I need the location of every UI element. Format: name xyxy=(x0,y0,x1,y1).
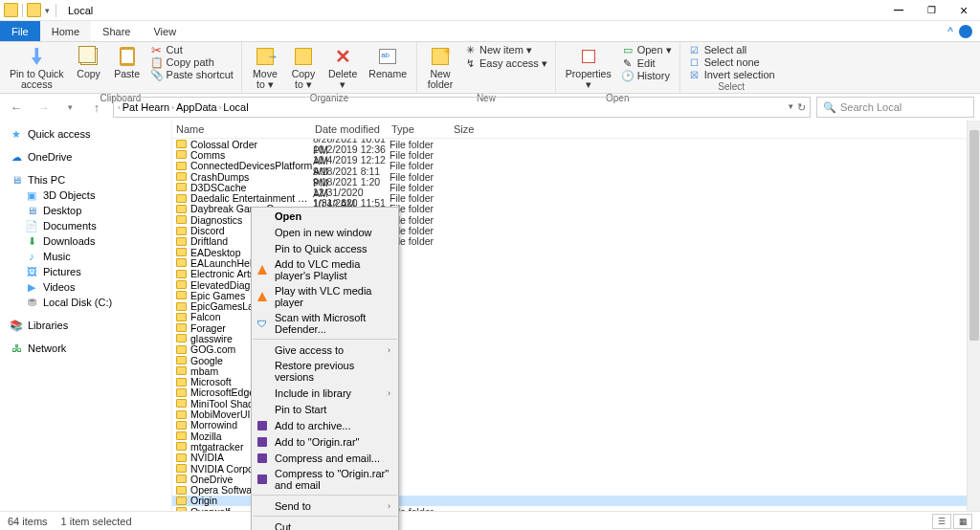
nav-music[interactable]: ♪Music xyxy=(0,249,171,264)
music-icon: ♪ xyxy=(25,250,38,263)
file-name: ConnectedDevicesPlatform xyxy=(190,160,313,171)
nav-libraries[interactable]: 📚Libraries xyxy=(0,318,171,333)
ctx-include-library[interactable]: Include in library› xyxy=(252,385,398,401)
col-type[interactable]: Type xyxy=(391,123,454,135)
nav-3d-objects[interactable]: ▣3D Objects xyxy=(0,188,171,203)
copy-button[interactable]: Copy xyxy=(72,44,106,81)
nav-onedrive[interactable]: ☁OneDrive xyxy=(0,149,171,165)
ctx-vlc-add[interactable]: Add to VLC media player's Playlist xyxy=(252,256,398,283)
group-label: Select xyxy=(686,80,777,92)
refresh-icon[interactable]: ↻ xyxy=(797,101,806,114)
pin-to-quick-access-button[interactable]: Pin to Quick access xyxy=(6,44,68,92)
ctx-give-access[interactable]: Give access to› xyxy=(252,342,398,358)
folder-icon xyxy=(176,162,187,170)
icons-view-button[interactable]: ▦ xyxy=(953,514,972,529)
ctx-compress-origin-email[interactable]: Compress to "Origin.rar" and email xyxy=(252,466,398,493)
history-button[interactable]: 🕑History xyxy=(619,70,674,81)
details-view-button[interactable]: ☰ xyxy=(932,514,951,529)
nav-downloads[interactable]: ⬇Downloads xyxy=(0,233,171,249)
col-name[interactable]: Name xyxy=(176,123,315,135)
table-row[interactable]: CrashDumps9/18/2021 8:11 PMFile folder xyxy=(172,171,980,182)
ctx-open[interactable]: Open xyxy=(252,208,398,224)
chevron-up-icon[interactable]: ^ xyxy=(947,25,953,38)
folder-icon[interactable] xyxy=(27,3,41,17)
search-input[interactable]: 🔍 Search Local xyxy=(816,97,974,118)
move-to-button[interactable]: Move to ▾ xyxy=(248,44,282,92)
ctx-send-to[interactable]: Send to› xyxy=(252,497,398,514)
ctx-defender[interactable]: 🛡Scan with Microsoft Defender... xyxy=(252,310,398,337)
select-all-button[interactable]: ☑Select all xyxy=(686,44,777,55)
scroll-thumb[interactable] xyxy=(969,130,979,341)
crumb[interactable]: Local xyxy=(223,101,248,113)
tab-home[interactable]: Home xyxy=(40,21,91,41)
help-icon[interactable]: ? xyxy=(959,25,972,38)
ctx-pin-quick-access[interactable]: Pin to Quick access xyxy=(252,240,398,256)
paste-shortcut-button[interactable]: 📎Paste shortcut xyxy=(148,69,235,80)
up-button[interactable]: ↑ xyxy=(86,97,107,118)
chevron-down-icon[interactable]: ▾ xyxy=(43,6,52,15)
invert-selection-button[interactable]: ☒Invert selection xyxy=(686,69,777,80)
ctx-compress-email[interactable]: Compress and email... xyxy=(252,450,398,466)
minimize-button[interactable]: — xyxy=(882,0,915,21)
nav-videos[interactable]: ▶Videos xyxy=(0,279,171,295)
table-row[interactable]: Daedalic Entertainment GmbH12/31/2020 10… xyxy=(172,192,980,203)
nav-network[interactable]: 🖧Network xyxy=(0,341,171,356)
edit-button[interactable]: ✎Edit xyxy=(619,57,674,69)
folder-icon xyxy=(176,140,187,148)
ctx-pin-start[interactable]: Pin to Start xyxy=(252,401,398,417)
nav-documents[interactable]: 📄Documents xyxy=(0,218,171,233)
window-controls: — ❐ × xyxy=(882,0,980,21)
delete-button[interactable]: ✕Delete ▾ xyxy=(324,44,361,92)
nav-quick-access[interactable]: ★Quick access xyxy=(0,126,171,142)
pc-icon: 🖥 xyxy=(10,173,23,187)
ctx-open-new-window[interactable]: Open in new window xyxy=(252,224,398,240)
maximize-button[interactable]: ❐ xyxy=(915,0,947,21)
col-size[interactable]: Size xyxy=(454,123,492,135)
ctx-vlc-play[interactable]: Play with VLC media player xyxy=(252,283,398,310)
rename-button[interactable]: Rename xyxy=(365,44,411,81)
nav-pictures[interactable]: 🖼Pictures xyxy=(0,264,171,279)
new-item-button[interactable]: ✳New item ▾ xyxy=(461,44,549,56)
dropdown-icon[interactable]: ▾ xyxy=(789,101,793,114)
ctx-add-archive[interactable]: Add to archive... xyxy=(252,417,398,433)
open-button[interactable]: ▭Open ▾ xyxy=(619,44,674,56)
rar-icon xyxy=(256,435,269,449)
folder-icon xyxy=(176,453,187,462)
address-bar[interactable]: › Pat Hearn› AppData› Local ▾ ↻ xyxy=(113,97,811,118)
select-none-button[interactable]: ☐Select none xyxy=(686,56,777,68)
tab-view[interactable]: View xyxy=(142,21,188,41)
nav-this-pc[interactable]: 🖥This PC xyxy=(0,172,171,188)
table-row[interactable]: ConnectedDevicesPlatform10/4/2019 12:12 … xyxy=(172,161,980,171)
cut-button[interactable]: ✂Cut xyxy=(148,44,235,55)
nav-desktop[interactable]: 🖥Desktop xyxy=(0,203,171,218)
back-button[interactable]: ← xyxy=(6,97,27,118)
copy-to-button[interactable]: Copy to ▾ xyxy=(286,44,321,92)
close-button[interactable]: × xyxy=(947,0,980,21)
scrollbar[interactable] xyxy=(967,121,980,517)
table-row[interactable]: Comms10/2/2019 12:36 AMFile folder xyxy=(172,149,980,160)
shield-icon: 🛡 xyxy=(256,317,269,330)
rename-icon xyxy=(379,49,396,64)
recent-button[interactable]: ▾ xyxy=(59,97,80,118)
ctx-cut[interactable]: Cut xyxy=(252,519,398,530)
table-row[interactable]: D3DSCache9/18/2021 1:20 AMFile folder xyxy=(172,182,980,192)
table-row[interactable]: Colossal Order8/28/2021 10:01 PMFile fol… xyxy=(172,139,980,149)
new-folder-button[interactable]: New folder xyxy=(423,44,457,92)
col-date[interactable]: Date modified xyxy=(315,123,391,135)
properties-button[interactable]: Properties ▾ xyxy=(562,44,615,92)
easy-access-icon: ↯ xyxy=(463,58,477,70)
chevron-right-icon[interactable]: › xyxy=(118,103,121,112)
ctx-restore[interactable]: Restore previous versions xyxy=(252,358,398,385)
folder-icon xyxy=(176,194,187,203)
ctx-add-origin-rar[interactable]: Add to "Origin.rar" xyxy=(252,433,398,450)
crumb[interactable]: AppData› xyxy=(176,101,221,113)
forward-button[interactable]: → xyxy=(33,97,54,118)
tab-share[interactable]: Share xyxy=(91,21,142,41)
easy-access-button[interactable]: ↯Easy access ▾ xyxy=(461,57,549,70)
paste-button[interactable]: Paste xyxy=(110,44,145,81)
nav-local-disk[interactable]: ⛃Local Disk (C:) xyxy=(0,295,171,310)
crumb[interactable]: Pat Hearn› xyxy=(122,101,174,113)
tab-file[interactable]: File xyxy=(0,21,40,41)
folder-icon xyxy=(176,215,187,224)
copy-path-button[interactable]: 📋Copy path xyxy=(148,56,235,68)
